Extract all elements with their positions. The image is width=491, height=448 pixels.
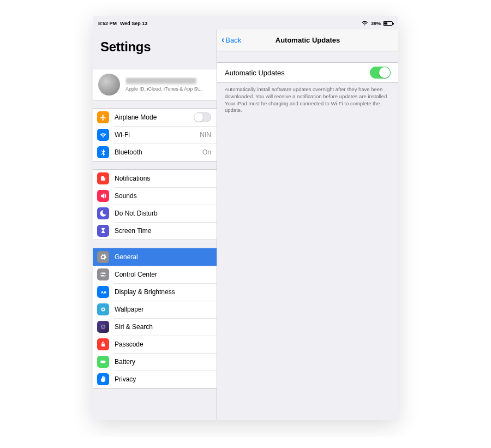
row-label: Do Not Disturb xyxy=(115,210,211,217)
status-bar: 8:52 PM Wed Sep 13 39% xyxy=(93,19,398,28)
status-left: 8:52 PM Wed Sep 13 xyxy=(98,21,147,26)
battery-icon xyxy=(383,21,393,26)
row-notifications[interactable]: Notifications xyxy=(93,170,217,187)
back-button[interactable]: ‹ Back xyxy=(221,36,241,44)
display-icon: AA xyxy=(97,286,109,298)
row-dnd[interactable]: Do Not Disturb xyxy=(93,205,217,222)
svg-point-1 xyxy=(104,176,106,178)
row-label: Wallpaper xyxy=(115,306,211,313)
row-airplane-mode[interactable]: Airplane Mode xyxy=(93,109,217,126)
row-privacy[interactable]: Privacy xyxy=(93,371,217,388)
wallpaper-icon xyxy=(97,303,109,315)
group-general: General Control Center AA Display & Brig… xyxy=(93,248,217,389)
status-right: 39% xyxy=(362,21,393,27)
wifi-settings-icon xyxy=(97,129,109,141)
svg-rect-3 xyxy=(100,275,105,276)
row-label: Wi-Fi xyxy=(115,131,200,139)
sounds-icon xyxy=(97,190,109,202)
nav-bar: ‹ Back Automatic Updates xyxy=(217,29,398,51)
wifi-icon xyxy=(362,21,368,27)
row-automatic-updates[interactable]: Automatic Updates xyxy=(217,63,398,82)
siri-icon xyxy=(97,321,109,333)
lock-icon xyxy=(97,338,109,350)
row-sounds[interactable]: Sounds xyxy=(93,187,217,205)
row-label: Airplane Mode xyxy=(115,114,194,121)
status-time: 8:52 PM xyxy=(98,21,117,26)
row-passcode[interactable]: Passcode xyxy=(93,336,217,353)
gear-icon xyxy=(97,251,109,263)
battery-percent: 39% xyxy=(371,21,381,26)
row-label: Privacy xyxy=(115,375,211,383)
row-siri[interactable]: Siri & Search xyxy=(93,318,217,336)
row-label: Siri & Search xyxy=(115,323,211,331)
bluetooth-icon xyxy=(97,146,109,158)
row-display[interactable]: AA Display & Brightness xyxy=(93,283,217,301)
automatic-updates-toggle[interactable] xyxy=(370,67,391,79)
svg-point-5 xyxy=(104,275,105,276)
settings-sidebar: Settings Apple ID, iCloud, iTunes & App … xyxy=(93,29,217,420)
airplane-icon xyxy=(97,111,109,123)
back-label: Back xyxy=(225,36,241,44)
row-general[interactable]: General xyxy=(93,248,217,266)
row-control-center[interactable]: Control Center xyxy=(93,266,217,283)
row-wallpaper[interactable]: Wallpaper xyxy=(93,301,217,318)
switches-icon xyxy=(97,268,109,280)
row-screentime[interactable]: Screen Time xyxy=(93,222,217,240)
row-label: Notifications xyxy=(115,175,211,182)
row-label: Sounds xyxy=(115,192,211,200)
svg-rect-2 xyxy=(100,273,105,274)
row-wifi[interactable]: Wi-Fi NIN xyxy=(93,126,217,144)
svg-rect-12 xyxy=(105,361,106,362)
row-label: Screen Time xyxy=(115,227,211,235)
account-row[interactable]: Apple ID, iCloud, iTunes & App St... xyxy=(93,69,217,100)
toggle-label: Automatic Updates xyxy=(225,69,370,77)
svg-rect-11 xyxy=(100,361,105,363)
status-date: Wed Sep 13 xyxy=(120,21,147,26)
hourglass-icon xyxy=(97,225,109,237)
notifications-icon xyxy=(97,172,109,184)
page-title: Settings xyxy=(100,39,209,55)
detail-title: Automatic Updates xyxy=(276,36,340,44)
account-subtitle: Apple ID, iCloud, iTunes & App St... xyxy=(125,86,211,92)
footer-note: Automatically install software updates o… xyxy=(217,83,398,114)
row-label: Control Center xyxy=(115,271,211,278)
svg-point-4 xyxy=(101,273,103,274)
row-bluetooth[interactable]: Bluetooth On xyxy=(93,144,217,161)
row-label: Display & Brightness xyxy=(115,288,211,296)
airplane-toggle[interactable] xyxy=(194,112,211,122)
group-connectivity: Airplane Mode Wi-Fi NIN B xyxy=(93,108,217,162)
hand-icon xyxy=(97,373,109,385)
row-label: Battery xyxy=(115,358,211,366)
bluetooth-value: On xyxy=(202,148,211,156)
avatar xyxy=(98,74,120,95)
row-label: General xyxy=(115,253,211,261)
wifi-value: NIN xyxy=(200,131,211,139)
svg-text:AA: AA xyxy=(101,290,106,294)
svg-point-8 xyxy=(102,308,104,310)
automatic-updates-group: Automatic Updates xyxy=(217,62,398,83)
svg-point-10 xyxy=(102,326,105,328)
chevron-left-icon: ‹ xyxy=(221,35,224,44)
battery-settings-icon xyxy=(97,356,109,368)
row-battery[interactable]: Battery xyxy=(93,353,217,371)
group-alerts: Notifications Sounds Do Not Disturb xyxy=(93,169,217,240)
detail-pane: ‹ Back Automatic Updates Automatic Updat… xyxy=(217,29,398,420)
row-label: Bluetooth xyxy=(115,148,202,156)
ipad-settings-screen: 8:52 PM Wed Sep 13 39% Settings xyxy=(93,16,398,420)
moon-icon xyxy=(97,207,109,219)
row-label: Passcode xyxy=(115,341,211,348)
account-name-redacted xyxy=(125,77,196,84)
